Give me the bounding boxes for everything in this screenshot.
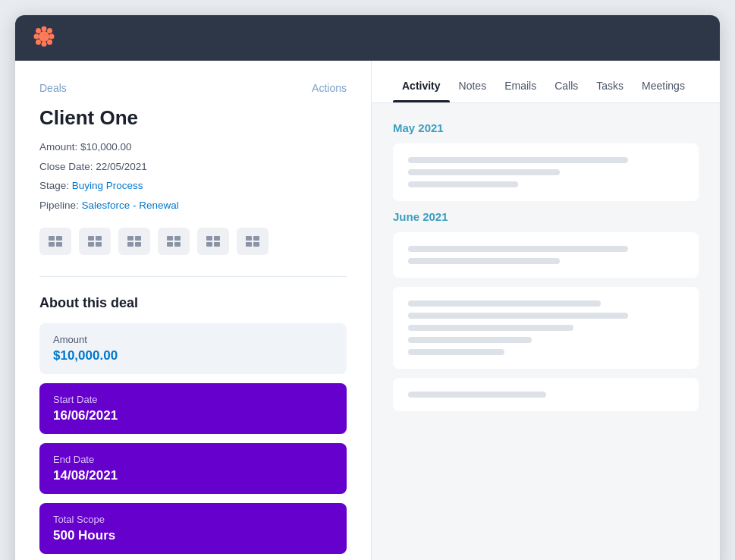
deals-link[interactable]: Deals (39, 82, 67, 94)
icon-btn-6[interactable] (237, 228, 269, 255)
svg-rect-20 (135, 242, 141, 247)
close-date-meta: Close Date: 22/05/2021 (39, 157, 347, 177)
skeleton-line (408, 313, 628, 319)
svg-rect-21 (167, 236, 173, 241)
tab-emails[interactable]: Emails (495, 80, 545, 102)
svg-rect-19 (127, 242, 133, 247)
client-name: Client One (39, 106, 347, 130)
skeleton-line (408, 246, 628, 252)
deals-header: Deals Actions (39, 82, 347, 94)
pipeline-meta: Pipeline: Salesforce - Renewal (39, 196, 347, 216)
pipeline-value[interactable]: Salesforce - Renewal (82, 200, 179, 211)
actions-link[interactable]: Actions (312, 82, 347, 94)
amount-card: Amount $10,000.00 (39, 323, 347, 374)
svg-rect-32 (253, 242, 259, 247)
svg-rect-29 (246, 236, 252, 241)
main-content: Deals Actions Client One Amount: $10,000… (15, 61, 720, 560)
hubspot-logo (30, 23, 58, 54)
tab-meetings[interactable]: Meetings (633, 80, 694, 102)
icon-btn-4[interactable] (158, 228, 190, 255)
about-deal-title: About this deal (39, 295, 347, 311)
tab-calls[interactable]: Calls (545, 80, 587, 102)
svg-rect-24 (174, 242, 181, 247)
svg-point-1 (42, 26, 47, 31)
skeleton-line (408, 258, 560, 264)
svg-rect-13 (88, 236, 94, 241)
svg-rect-27 (206, 242, 212, 247)
amount-card-label: Amount (53, 334, 333, 345)
svg-rect-11 (49, 242, 55, 247)
svg-rect-23 (167, 242, 173, 247)
total-scope-card: Total Scope 500 Hours (39, 503, 347, 554)
icon-btn-3[interactable] (118, 228, 150, 255)
skeleton-line (408, 169, 560, 175)
activity-content: May 2021 June 2021 (372, 103, 720, 439)
svg-point-7 (47, 28, 52, 33)
svg-point-2 (42, 41, 47, 46)
end-date-value: 14/08/2021 (53, 468, 333, 483)
tab-notes[interactable]: Notes (450, 80, 496, 102)
right-panel: Activity Notes Emails Calls Tasks Meetin… (372, 61, 720, 560)
may-2021-label: May 2021 (393, 121, 699, 134)
svg-point-3 (34, 33, 39, 39)
skeleton-line (408, 181, 518, 187)
svg-rect-25 (206, 236, 212, 241)
june-card-2 (393, 287, 699, 369)
tabs-bar: Activity Notes Emails Calls Tasks Meetin… (372, 61, 720, 103)
svg-rect-18 (135, 236, 141, 241)
svg-rect-28 (214, 242, 220, 247)
top-nav (15, 15, 720, 61)
svg-point-8 (36, 39, 41, 45)
svg-rect-12 (56, 242, 62, 247)
svg-rect-26 (214, 236, 220, 241)
total-scope-label: Total Scope (53, 514, 333, 525)
june-card-3 (393, 378, 699, 411)
tab-activity[interactable]: Activity (393, 80, 450, 102)
svg-point-5 (36, 28, 41, 33)
end-date-label: End Date (53, 454, 333, 465)
tab-tasks[interactable]: Tasks (587, 80, 633, 102)
svg-rect-15 (88, 242, 94, 247)
svg-rect-16 (96, 242, 102, 247)
skeleton-line (408, 337, 532, 343)
total-scope-value: 500 Hours (53, 528, 333, 543)
skeleton-line (408, 300, 601, 307)
svg-point-4 (49, 33, 55, 39)
start-date-value: 16/06/2021 (53, 408, 333, 423)
icon-row (39, 228, 347, 255)
skeleton-line (408, 325, 573, 331)
june-card-1 (393, 232, 699, 278)
skeleton-line (408, 392, 546, 398)
svg-rect-10 (56, 236, 62, 241)
start-date-card: Start Date 16/06/2021 (39, 383, 347, 434)
start-date-label: Start Date (53, 394, 333, 405)
svg-rect-9 (49, 236, 55, 241)
section-divider (39, 276, 347, 277)
app-window: Deals Actions Client One Amount: $10,000… (15, 15, 720, 560)
svg-rect-30 (253, 236, 259, 241)
amount-meta: Amount: $10,000.00 (39, 137, 347, 157)
icon-btn-5[interactable] (197, 228, 229, 255)
skeleton-line (408, 349, 504, 355)
end-date-card: End Date 14/08/2021 (39, 443, 347, 494)
svg-rect-17 (127, 236, 133, 241)
skeleton-line (408, 157, 628, 163)
left-panel: Deals Actions Client One Amount: $10,000… (15, 61, 372, 560)
svg-rect-31 (246, 242, 252, 247)
stage-value[interactable]: Buying Process (72, 180, 143, 191)
june-2021-label: June 2021 (393, 210, 699, 223)
icon-btn-2[interactable] (79, 228, 111, 255)
stage-meta: Stage: Buying Process (39, 176, 347, 196)
svg-point-0 (39, 31, 49, 42)
deal-meta: Amount: $10,000.00 Close Date: 22/05/202… (39, 137, 347, 216)
icon-btn-1[interactable] (39, 228, 71, 255)
svg-rect-22 (174, 236, 181, 241)
may-card-1 (393, 143, 699, 201)
amount-card-value: $10,000.00 (53, 348, 333, 363)
svg-point-6 (47, 39, 52, 45)
svg-rect-14 (96, 236, 102, 241)
